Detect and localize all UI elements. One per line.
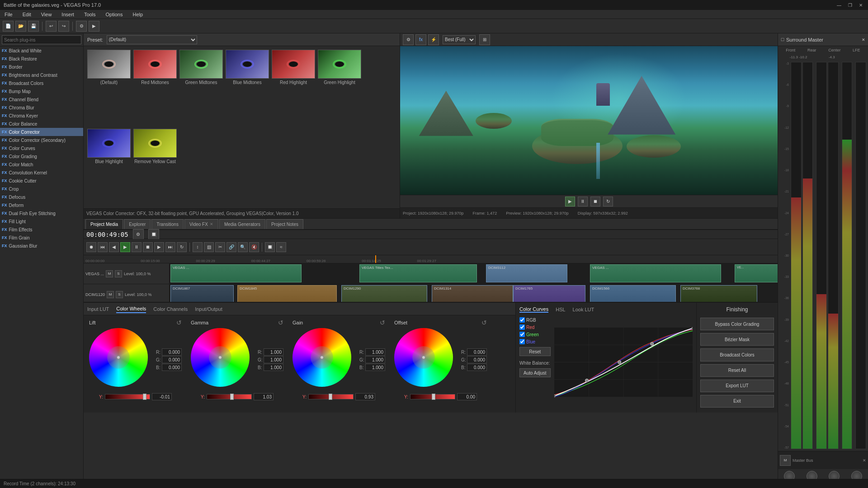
zoom-btn[interactable]: 🔍 <box>238 242 248 252</box>
clip-dcim3768[interactable]: DCIM3768 <box>680 285 757 302</box>
curve-point-2[interactable] <box>618 361 621 364</box>
preset-select[interactable]: (Default) Red Midtones Green Midtones Bl… <box>107 35 197 44</box>
clip-dcim1566[interactable]: DCIM1566 <box>590 285 676 302</box>
gain-r-input[interactable] <box>365 348 385 356</box>
plugin-item-colormatch[interactable]: FX Color Match <box>0 160 83 169</box>
mute-btn[interactable]: 🔇 <box>249 242 259 252</box>
tab-input-lut[interactable]: Input LUT <box>87 305 109 313</box>
cursor-btn[interactable]: ↕ <box>193 242 203 252</box>
tab-explorer[interactable]: Explorer <box>124 219 151 229</box>
blue-check-label[interactable]: Blue <box>519 339 551 344</box>
preset-green-highlight[interactable]: Green Highlight <box>318 50 361 126</box>
end-btn[interactable]: ⏭ <box>165 242 175 252</box>
offset-g-input[interactable] <box>467 356 487 363</box>
tab-transitions[interactable]: Transitions <box>151 219 184 229</box>
menu-insert[interactable]: Insert <box>60 11 76 18</box>
track-solo-2[interactable]: S <box>116 291 123 298</box>
gamma-g-input[interactable] <box>264 356 283 363</box>
select-btn[interactable]: ▧ <box>204 242 214 252</box>
offset-slider-thumb[interactable] <box>432 394 435 400</box>
export-lut-button[interactable]: Export LUT <box>700 380 774 392</box>
curve-end-point[interactable] <box>691 327 693 329</box>
tab-color-curves[interactable]: Color Curves <box>519 306 548 313</box>
search-input[interactable] <box>2 35 81 44</box>
preset-green-midtones[interactable]: Green Midtones <box>179 50 223 126</box>
plugin-item-chromakeyer[interactable]: FX Chroma Keyer <box>0 112 83 120</box>
gamma-color-wheel[interactable] <box>191 328 250 387</box>
preview-fx-btn[interactable]: fx <box>415 34 426 45</box>
gain-slider-thumb[interactable] <box>329 394 332 400</box>
reset-curves-button[interactable]: Reset <box>519 347 551 356</box>
gain-color-wheel[interactable] <box>292 328 351 387</box>
record-btn[interactable]: ⏺ <box>86 242 96 252</box>
offset-y-slider[interactable] <box>410 394 455 399</box>
ripple-btn[interactable]: ≈ <box>276 242 286 252</box>
new-button[interactable]: 📄 <box>3 21 14 32</box>
reset-all-button[interactable]: Reset All <box>700 364 774 377</box>
glue-btn[interactable]: 🔗 <box>226 242 236 252</box>
open-button[interactable]: 📂 <box>15 21 26 32</box>
clip-dcim1765[interactable]: DCIM1765 <box>513 285 585 302</box>
plugin-item-blackwhite[interactable]: FX Black and White <box>0 47 83 55</box>
menu-file[interactable]: File <box>3 11 14 18</box>
minimize-button[interactable]: — <box>835 1 843 9</box>
plugin-item-deform[interactable]: FX Deform <box>0 201 83 209</box>
gamma-wheel-canvas[interactable] <box>191 328 254 391</box>
transport-play-btn[interactable]: ▶ <box>120 242 130 252</box>
gain-g-input[interactable] <box>365 356 385 363</box>
curve-start-point[interactable] <box>554 395 556 397</box>
broadcast-colors-button[interactable]: Broadcast Colors <box>700 348 774 361</box>
timeline-snap-btn[interactable]: 🔲 <box>148 229 159 240</box>
lift-y-input[interactable] <box>152 393 172 400</box>
plugin-item-brightness[interactable]: FX Brightness and Contrast <box>0 71 83 79</box>
plugin-item-convolution[interactable]: FX Convolution Kernel <box>0 169 83 177</box>
plugin-item-gaussianblur[interactable]: FX Gaussian Blur <box>0 242 83 250</box>
plugin-item-colorbalance[interactable]: FX Color Balance <box>0 120 83 128</box>
gamma-reset[interactable]: ↺ <box>278 319 283 326</box>
lift-slider-thumb[interactable] <box>143 394 146 400</box>
offset-b-input[interactable] <box>467 364 487 371</box>
fwd-frame-btn[interactable]: ▶ <box>154 242 164 252</box>
offset-r-input[interactable] <box>467 348 487 356</box>
menu-options[interactable]: Options <box>104 11 125 18</box>
preview-grid-btn[interactable]: ⊞ <box>479 34 490 45</box>
preset-red-highlight[interactable]: Red Highlight <box>272 50 315 126</box>
lift-r-input[interactable] <box>162 348 182 356</box>
rewind-btn[interactable]: ⏮ <box>98 242 108 252</box>
render-button[interactable]: ▶ <box>89 21 99 32</box>
snap-toggle[interactable]: 🔲 <box>265 242 275 252</box>
clip-vegas-1[interactable]: VEGAS ... <box>170 264 302 282</box>
timeline-settings-btn[interactable]: ⚙ <box>133 229 144 240</box>
plugin-item-colorcorrector[interactable]: FX Color Corrector <box>0 128 83 136</box>
bezier-mask-button[interactable]: Bézier Mask <box>700 333 774 346</box>
curves-canvas-area[interactable] <box>554 315 693 409</box>
plugin-item-crop[interactable]: FX Crop <box>0 185 83 193</box>
green-check-label[interactable]: Green <box>519 332 551 337</box>
gain-wheel-canvas[interactable] <box>292 328 356 391</box>
preset-remove-yellow[interactable]: Remove Yellow Cast <box>133 129 177 205</box>
red-check-label[interactable]: Red <box>519 324 551 330</box>
gamma-slider-thumb[interactable] <box>230 394 234 400</box>
offset-y-input[interactable] <box>457 393 477 400</box>
plugin-item-colorcorrectorsec[interactable]: FX Color Corrector (Secondary) <box>0 136 83 144</box>
exit-button[interactable]: Exit <box>700 395 774 408</box>
tab-input-output[interactable]: Input/Output <box>195 305 222 313</box>
save-button[interactable]: 💾 <box>28 21 39 32</box>
stop-button[interactable]: ⏹ <box>590 197 600 206</box>
plugin-item-cookiecutter[interactable]: FX Cookie Cutter <box>0 177 83 185</box>
clip-vegas-3[interactable]: VEGAS ... <box>590 264 721 282</box>
plugin-item-filmeffects[interactable]: FX Film Effects <box>0 225 83 234</box>
plugin-item-defocus[interactable]: FX Defocus <box>0 193 83 201</box>
lift-reset[interactable]: ↺ <box>176 319 182 326</box>
tab-color-channels[interactable]: Color Channels <box>153 305 188 313</box>
plugin-item-blackrestore[interactable]: FX Black Restore <box>0 55 83 63</box>
plugin-item-channelblend[interactable]: FX Channel Blend <box>0 95 83 103</box>
clip-dcim1290[interactable]: DCIM1290 <box>341 285 427 302</box>
clip-dcim1314[interactable]: DCIM1314 <box>432 285 513 302</box>
bypass-color-grading-button[interactable]: Bypass Color Grading <box>700 318 774 330</box>
settings-button[interactable]: ⚙ <box>76 21 87 32</box>
loop-btn[interactable]: ↻ <box>177 242 187 252</box>
cut-btn[interactable]: ✂ <box>215 242 225 252</box>
gamma-y-slider[interactable] <box>207 394 252 399</box>
surround-close[interactable]: ✕ <box>862 38 865 42</box>
